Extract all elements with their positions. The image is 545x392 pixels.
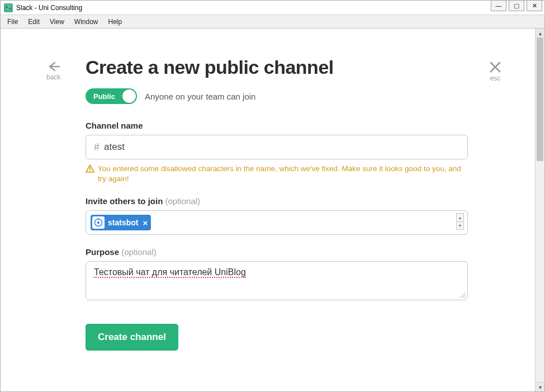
svg-point-7 — [97, 221, 99, 224]
toggle-description: Anyone on your team can join — [145, 92, 255, 101]
warning-text: You entered some disallowed characters i… — [98, 164, 468, 184]
arrow-left-icon — [47, 61, 60, 72]
back-label: back — [46, 73, 60, 81]
esc-label: esc — [489, 74, 501, 82]
channel-name-label: Channel name — [86, 121, 468, 130]
menubar: File Edit View Window Help — [1, 15, 544, 29]
invite-optional: (optional) — [165, 196, 201, 206]
stepper-up-icon[interactable]: ▴ — [456, 213, 464, 221]
scrollbar-thumb[interactable] — [537, 38, 543, 161]
hash-icon: # — [94, 141, 99, 153]
menu-file[interactable]: File — [3, 17, 22, 27]
toggle-knob — [122, 89, 136, 103]
resize-handle-icon[interactable] — [460, 292, 466, 298]
scroll-up-arrow-icon[interactable]: ▴ — [535, 29, 544, 38]
invite-token-label: statsbot — [108, 218, 138, 227]
remove-token-icon[interactable]: × — [143, 218, 148, 228]
window-maximize-button[interactable]: ▢ — [509, 0, 524, 11]
bot-icon — [92, 216, 105, 229]
slack-app-icon — [4, 3, 13, 12]
invite-token-statsbot[interactable]: statsbot × — [91, 215, 151, 230]
stepper-down-icon[interactable]: ▾ — [456, 221, 464, 230]
page-title: Create a new public channel — [86, 56, 468, 78]
invite-input[interactable]: statsbot × ▴ ▾ — [86, 210, 468, 235]
channel-name-warning: You entered some disallowed characters i… — [86, 164, 468, 184]
toggle-label: Public — [93, 92, 115, 101]
invite-stepper[interactable]: ▴ ▾ — [456, 213, 464, 230]
purpose-value: Тестовый чат для читателей UniBlog — [94, 267, 246, 278]
scroll-down-arrow-icon[interactable]: ▾ — [535, 382, 544, 391]
vertical-scrollbar[interactable]: ▴ ▾ — [535, 29, 544, 391]
purpose-textarea[interactable]: Тестовый чат для читателей UniBlog — [86, 261, 468, 300]
svg-point-5 — [89, 171, 91, 172]
svg-point-9 — [98, 218, 99, 219]
create-channel-button[interactable]: Create channel — [86, 324, 178, 351]
menu-edit[interactable]: Edit — [23, 17, 44, 27]
back-button[interactable]: back — [46, 61, 60, 81]
window-minimize-button[interactable]: — — [491, 0, 506, 11]
menu-view[interactable]: View — [45, 17, 69, 27]
channel-name-input[interactable] — [104, 141, 459, 153]
window-close-button[interactable]: ✕ — [527, 0, 542, 11]
close-icon — [489, 61, 501, 73]
purpose-optional: (optional) — [121, 247, 157, 257]
warning-icon — [86, 164, 94, 173]
esc-button[interactable]: esc — [489, 61, 501, 82]
channel-name-input-wrap[interactable]: # — [86, 135, 468, 159]
menu-help[interactable]: Help — [104, 17, 127, 27]
invite-label: Invite others to join (optional) — [86, 196, 468, 206]
purpose-label: Purpose (optional) — [86, 247, 468, 257]
menu-window[interactable]: Window — [70, 17, 103, 27]
public-toggle[interactable]: Public — [86, 88, 137, 104]
window-title: Slack - Uni Consulting — [16, 4, 82, 12]
